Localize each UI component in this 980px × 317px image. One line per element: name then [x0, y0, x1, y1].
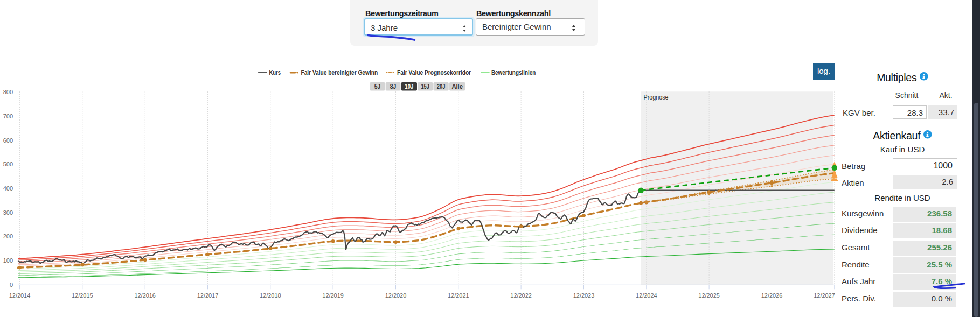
svg-text:12/2014: 12/2014 — [9, 292, 31, 299]
svg-text:12/2019: 12/2019 — [322, 292, 344, 299]
svg-text:10J: 10J — [405, 83, 413, 90]
svg-text:100: 100 — [3, 257, 13, 264]
svg-text:0: 0 — [10, 281, 13, 288]
svg-text:200: 200 — [3, 233, 13, 239]
svg-text:800: 800 — [3, 89, 13, 95]
svg-text:Bewertungslinien: Bewertungslinien — [491, 68, 536, 76]
svg-text:15J: 15J — [421, 83, 429, 90]
svg-text:12/2021: 12/2021 — [448, 292, 469, 299]
svg-text:600: 600 — [3, 137, 13, 144]
svg-text:700: 700 — [3, 113, 13, 119]
svg-text:500: 500 — [3, 161, 13, 167]
svg-text:12/2018: 12/2018 — [260, 292, 281, 299]
svg-text:Alle: Alle — [451, 83, 463, 90]
svg-text:5J: 5J — [374, 83, 381, 90]
svg-text:Fair Value Prognosekorridor: Fair Value Prognosekorridor — [397, 68, 471, 76]
svg-text:300: 300 — [3, 209, 13, 216]
svg-text:Fair Value bereinigter Gewinn: Fair Value bereinigter Gewinn — [301, 68, 378, 76]
svg-text:12/2025: 12/2025 — [698, 292, 720, 299]
svg-text:Prognose: Prognose — [644, 94, 669, 101]
svg-text:12/2017: 12/2017 — [197, 292, 219, 299]
svg-text:12/2020: 12/2020 — [385, 292, 407, 299]
svg-text:400: 400 — [3, 185, 13, 192]
svg-text:12/2015: 12/2015 — [72, 292, 93, 299]
svg-text:8J: 8J — [390, 83, 397, 90]
svg-text:12/2027: 12/2027 — [814, 292, 835, 299]
svg-text:12/2023: 12/2023 — [573, 292, 595, 299]
svg-text:12/2024: 12/2024 — [636, 292, 657, 299]
svg-text:20J: 20J — [437, 83, 446, 90]
svg-text:12/2022: 12/2022 — [510, 292, 532, 299]
svg-text:12/2026: 12/2026 — [761, 292, 783, 299]
svg-text:Kurs: Kurs — [269, 68, 281, 76]
svg-text:12/2016: 12/2016 — [134, 292, 156, 299]
